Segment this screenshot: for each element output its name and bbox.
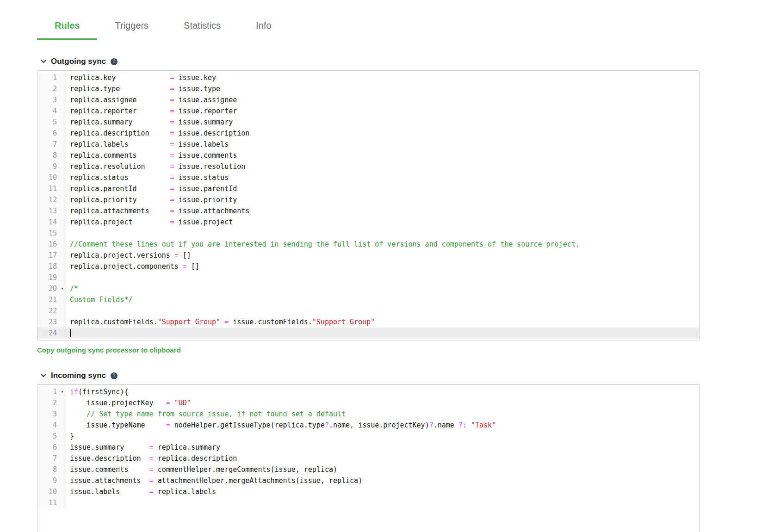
code-token: = [170, 162, 174, 171]
incoming-sync-title: Incoming sync [51, 371, 106, 380]
code-content[interactable]: issue.comments = commentHelper.mergeComm… [66, 464, 337, 475]
code-content[interactable]: issue.typeName = nodeHelper.getIssueType… [66, 420, 496, 431]
code-line[interactable]: 9replica.resolution = issue.resolution [37, 161, 699, 172]
code-line[interactable]: 9issue.attachments = attachmentHelper.me… [37, 475, 699, 486]
code-content[interactable]: replica.assignee = issue.assignee [66, 94, 237, 105]
code-content[interactable]: replica.status = issue.status [66, 172, 229, 183]
code-token: = [149, 465, 154, 474]
collapse-chevron-icon[interactable] [41, 60, 46, 63]
code-line[interactable]: 10issue.labels = replica.labels [37, 486, 699, 497]
tab-info[interactable]: Info [238, 13, 289, 40]
code-line[interactable]: 4 issue.typeName = nodeHelper.getIssueTy… [37, 420, 699, 431]
code-content[interactable] [66, 272, 70, 283]
code-token: replica.status [70, 173, 170, 182]
code-line[interactable]: 1▾if(firstSync){ [37, 386, 699, 397]
tab-statistics[interactable]: Statistics [166, 13, 238, 40]
code-content[interactable]: replica.type = issue.type [66, 83, 220, 94]
code-line[interactable]: 4replica.reporter = issue.reporter [37, 105, 699, 117]
code-line[interactable]: 15 [37, 228, 699, 239]
code-content[interactable]: replica.description = issue.description [66, 128, 249, 139]
code-line[interactable]: 24 [37, 328, 699, 339]
code-content[interactable]: replica.resolution = issue.resolution [66, 161, 245, 172]
line-number-gutter: 2 [37, 83, 66, 94]
code-content[interactable]: replica.priority = issue.priority [66, 194, 237, 205]
code-content[interactable]: issue.summary = replica.summary [66, 442, 220, 453]
code-line[interactable]: 19 [37, 272, 699, 283]
code-content[interactable]: /* [66, 283, 78, 294]
code-line[interactable]: 14replica.project = issue.project [37, 217, 699, 228]
code-line[interactable]: 3replica.assignee = issue.assignee [37, 94, 699, 105]
code-content[interactable] [66, 305, 70, 316]
code-line[interactable]: 10replica.status = issue.status [37, 172, 699, 183]
code-content[interactable]: } [66, 431, 74, 442]
line-number-gutter: 4 [37, 105, 66, 117]
code-content[interactable]: replica.attachments = issue.attachments [66, 205, 249, 217]
info-icon[interactable]: ! [111, 58, 118, 65]
info-icon[interactable]: ! [111, 372, 118, 379]
code-content[interactable]: issue.description = replica.description [66, 453, 237, 464]
code-content[interactable]: replica.summary = issue.summary [66, 117, 233, 128]
code-content[interactable]: replica.project.components = [] [66, 261, 199, 272]
code-line[interactable]: 17replica.project.versions = [] [37, 250, 699, 261]
code-content[interactable]: // Set type name from source issue, if n… [66, 408, 346, 420]
code-line[interactable]: 7replica.labels = issue.labels [37, 139, 699, 150]
line-number: 17 [37, 250, 59, 261]
code-content[interactable]: issue.projectKey = "UD" [66, 397, 191, 408]
fold-marker-icon[interactable]: ▾ [59, 386, 66, 397]
line-number-gutter: 17 [37, 250, 66, 261]
code-content[interactable] [66, 328, 71, 339]
code-content[interactable]: replica.key = issue.key [66, 72, 216, 83]
incoming-sync-code-editor[interactable]: 1▾if(firstSync){2 issue.projectKey = "UD… [37, 384, 700, 532]
code-line[interactable]: 21Custom Fields*/ [37, 294, 699, 305]
fold-marker-icon[interactable]: ▾ [59, 283, 66, 294]
code-line[interactable]: 6issue.summary = replica.summary [37, 442, 699, 453]
code-content[interactable]: replica.reporter = issue.reporter [66, 105, 237, 117]
code-content[interactable]: replica.customFields."Support Group" = i… [66, 316, 375, 328]
code-content[interactable]: Custom Fields*/ [66, 294, 132, 305]
code-content[interactable]: //Comment these lines out if you are int… [66, 239, 580, 250]
code-line[interactable]: 11 [37, 497, 699, 508]
tab-triggers[interactable]: Triggers [97, 13, 166, 40]
code-content[interactable]: replica.comments = issue.comments [66, 150, 237, 161]
code-content[interactable]: issue.labels = replica.labels [66, 486, 216, 497]
copy-outgoing-sync-link[interactable]: Copy outgoing sync processor to clipboar… [37, 346, 181, 354]
code-line[interactable]: 3 // Set type name from source issue, if… [37, 408, 699, 420]
code-content[interactable]: replica.labels = issue.labels [66, 139, 229, 150]
line-number: 14 [37, 217, 59, 228]
code-line[interactable]: 5} [37, 431, 699, 442]
code-line[interactable]: 7issue.description = replica.description [37, 453, 699, 464]
code-content[interactable]: replica.parentId = issue.parentId [66, 183, 237, 194]
code-token: issue.summary [174, 118, 233, 126]
code-token: issue.customFields. [229, 318, 312, 326]
code-line[interactable]: 11replica.parentId = issue.parentId [37, 183, 699, 194]
code-content[interactable]: replica.project = issue.project [66, 217, 233, 228]
code-line[interactable]: 5replica.summary = issue.summary [37, 117, 699, 128]
code-line[interactable]: 16//Comment these lines out if you are i… [37, 239, 699, 250]
collapse-chevron-icon[interactable] [41, 374, 46, 377]
code-line[interactable]: 22 [37, 305, 699, 316]
code-line[interactable]: 8issue.comments = commentHelper.mergeCom… [37, 464, 699, 475]
code-content[interactable]: if(firstSync){ [66, 386, 128, 397]
code-line[interactable]: 20▾/* [37, 283, 699, 294]
code-line[interactable]: 23replica.customFields."Support Group" =… [37, 316, 699, 328]
code-line[interactable]: 8replica.comments = issue.comments [37, 150, 699, 161]
code-content[interactable]: replica.project.versions = [] [66, 250, 191, 261]
code-token: issue.key [174, 74, 216, 82]
code-line[interactable]: 2 issue.projectKey = "UD" [37, 397, 699, 408]
code-content[interactable] [66, 497, 70, 508]
tab-rules[interactable]: Rules [37, 13, 97, 40]
code-line[interactable]: 12replica.priority = issue.priority [37, 194, 699, 205]
outgoing-sync-code-editor[interactable]: 1replica.key = issue.key2replica.type = … [37, 70, 700, 340]
code-content[interactable]: issue.attachments = attachmentHelper.mer… [66, 475, 362, 486]
code-line[interactable]: 6replica.description = issue.description [37, 128, 699, 139]
code-line[interactable]: 13replica.attachments = issue.attachment… [37, 205, 699, 217]
code-line[interactable]: 18replica.project.components = [] [37, 261, 699, 272]
code-token: "UD" [174, 399, 191, 407]
code-token: issue.summary [70, 443, 149, 452]
code-token: (firstSync){ [78, 388, 128, 396]
code-content[interactable] [66, 228, 70, 239]
code-line[interactable]: 2replica.type = issue.type [37, 83, 699, 94]
fold-spacer [59, 294, 66, 305]
code-line[interactable]: 1replica.key = issue.key [37, 72, 699, 83]
line-number-gutter: 19 [37, 272, 66, 283]
